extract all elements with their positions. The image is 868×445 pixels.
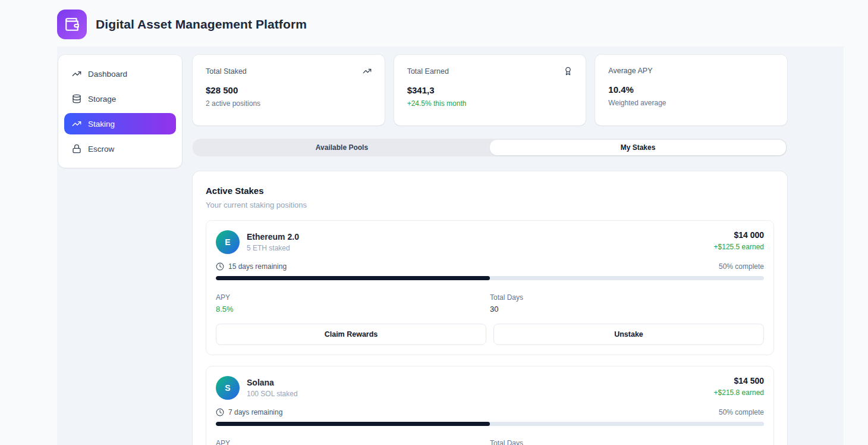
stat-label: Total Staked <box>206 67 247 76</box>
unstake-button[interactable]: Unstake <box>493 324 764 345</box>
stat-card-average-apy: Average APY 10.4% Weighted average <box>595 55 787 126</box>
sidebar-item-escrow[interactable]: Escrow <box>64 138 176 159</box>
app-logo <box>57 10 87 39</box>
staked-amount: 5 ETH staked <box>247 244 299 252</box>
stat-subtext: Weighted average <box>608 99 774 107</box>
tab-list: Available Pools My Stakes <box>193 139 787 156</box>
sidebar-item-label: Storage <box>88 95 116 104</box>
apy-label: APY <box>216 439 490 445</box>
progress-fill <box>216 422 490 426</box>
total-days-label: Total Days <box>490 439 764 445</box>
total-days-value: 30 <box>490 305 764 314</box>
clock-icon <box>216 408 224 416</box>
stat-value: $28 500 <box>206 85 372 95</box>
sidebar-item-staking[interactable]: Staking <box>64 113 176 134</box>
stat-card-total-staked: Total Staked $28 500 2 active positions <box>193 55 385 126</box>
claim-rewards-button[interactable]: Claim Rewards <box>216 324 486 345</box>
sidebar-item-label: Dashboard <box>88 70 127 79</box>
tab-available-pools[interactable]: Available Pools <box>194 140 490 155</box>
lock-icon <box>72 144 81 153</box>
asset-name: Ethereum 2.0 <box>247 232 299 242</box>
days-remaining: 15 days remaining <box>228 262 287 271</box>
stats-row: Total Staked $28 500 2 active positions … <box>193 55 787 126</box>
asset-avatar: E <box>216 230 240 254</box>
progress-bar <box>216 422 764 426</box>
award-icon <box>564 67 573 76</box>
database-icon <box>72 94 81 104</box>
apy-label: APY <box>216 293 490 302</box>
trending-up-icon <box>363 67 372 76</box>
asset-name: Solana <box>247 378 298 387</box>
sidebar-item-label: Staking <box>88 120 115 129</box>
sidebar: Dashboard Storage Staking Escrow <box>58 55 182 168</box>
panel-subtitle: Your current staking positions <box>206 200 774 209</box>
stake-card-solana: S Solana 100 SOL staked $14 500 +$215.8 … <box>206 366 774 445</box>
main-content: Total Staked $28 500 2 active positions … <box>193 55 787 445</box>
sidebar-item-label: Escrow <box>88 145 114 153</box>
trending-up-icon <box>72 69 81 79</box>
days-remaining: 7 days remaining <box>228 408 282 416</box>
stake-value: $14 000 <box>714 230 764 240</box>
staked-amount: 100 SOL staked <box>247 390 298 398</box>
active-stakes-panel: Active Stakes Your current staking posit… <box>193 171 787 445</box>
wallet-icon <box>64 17 80 32</box>
apy-value: 8.5% <box>216 305 490 314</box>
total-days-label: Total Days <box>490 293 764 302</box>
stake-card-ethereum: E Ethereum 2.0 5 ETH staked $14 000 +$12… <box>206 220 774 355</box>
stat-card-total-earned: Total Earned $341,3 +24.5% this month <box>394 55 586 126</box>
percent-complete: 50% complete <box>719 408 764 416</box>
clock-icon <box>216 262 224 271</box>
stake-value: $14 500 <box>714 376 764 386</box>
stake-earned: +$125.5 earned <box>714 243 764 251</box>
panel-title: Active Stakes <box>206 186 774 196</box>
stat-label: Total Earned <box>407 67 449 76</box>
stat-subtext: 2 active positions <box>206 99 372 108</box>
percent-complete: 50% complete <box>719 262 764 271</box>
tab-my-stakes[interactable]: My Stakes <box>490 140 786 155</box>
stake-earned: +$215.8 earned <box>714 388 764 397</box>
trending-up-icon <box>72 119 81 129</box>
page-title: Digital Asset Management Platform <box>96 17 307 32</box>
progress-fill <box>216 276 490 280</box>
app-header: Digital Asset Management Platform <box>57 10 307 39</box>
sidebar-item-dashboard[interactable]: Dashboard <box>64 63 176 84</box>
sidebar-item-storage[interactable]: Storage <box>64 88 176 109</box>
stat-value: 10.4% <box>608 84 774 95</box>
asset-avatar: S <box>216 376 240 400</box>
progress-bar <box>216 276 764 280</box>
stat-subtext: +24.5% this month <box>407 99 573 108</box>
stat-label: Average APY <box>608 67 652 75</box>
stat-value: $341,3 <box>407 85 573 95</box>
